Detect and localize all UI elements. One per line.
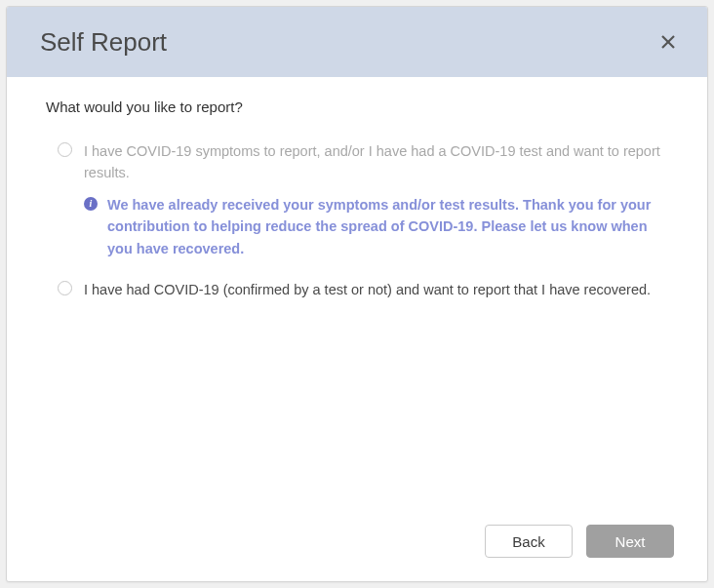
- close-icon: [660, 34, 676, 50]
- dialog-content: What would you like to report? I have CO…: [7, 77, 707, 507]
- prompt-text: What would you like to report?: [46, 98, 668, 115]
- self-report-dialog: Self Report What would you like to repor…: [6, 6, 708, 582]
- radio-recovered[interactable]: [58, 281, 72, 295]
- info-icon: i: [84, 197, 98, 211]
- option-recovered[interactable]: I have had COVID-19 (confirmed by a test…: [46, 279, 668, 300]
- next-button[interactable]: Next: [586, 525, 674, 558]
- close-button[interactable]: [656, 30, 680, 54]
- option-symptoms: I have COVID-19 symptoms to report, and/…: [46, 140, 668, 269]
- option-label-recovered: I have had COVID-19 (confirmed by a test…: [84, 279, 668, 300]
- info-text: We have already received your symptoms a…: [107, 194, 668, 259]
- back-button[interactable]: Back: [485, 525, 573, 558]
- dialog-footer: Back Next: [7, 507, 707, 581]
- option-body: I have had COVID-19 (confirmed by a test…: [84, 279, 668, 300]
- dialog-header: Self Report: [7, 7, 707, 77]
- radio-symptoms: [58, 142, 72, 157]
- info-row: i We have already received your symptoms…: [84, 194, 668, 259]
- option-body: I have COVID-19 symptoms to report, and/…: [84, 140, 668, 269]
- dialog-title: Self Report: [40, 27, 167, 58]
- option-label-symptoms: I have COVID-19 symptoms to report, and/…: [84, 140, 668, 184]
